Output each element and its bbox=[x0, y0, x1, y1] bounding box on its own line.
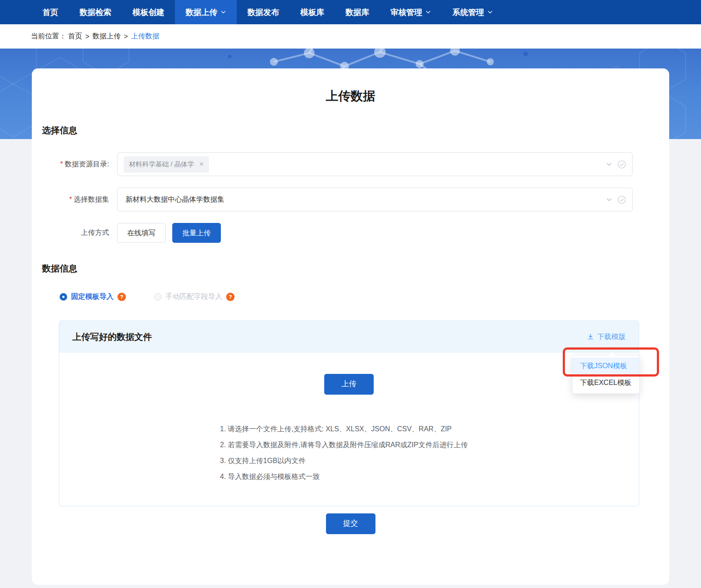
radio-manual-match-label: 手动匹配字段导入 bbox=[166, 292, 222, 302]
nav-item-label: 数据上传 bbox=[186, 7, 217, 18]
nav-item-home[interactable]: 首页 bbox=[32, 0, 69, 24]
form-row-upload-method: 上传方式 在线填写 批量上传 bbox=[32, 223, 633, 243]
download-template-menu: 下载JSON模板 下载EXCEL模板 bbox=[572, 355, 640, 394]
download-icon bbox=[587, 333, 594, 340]
nav-item-data-upload[interactable]: 数据上传 bbox=[175, 0, 237, 24]
breadcrumb: 当前位置： 首页 > 数据上传 > 上传数据 bbox=[0, 24, 701, 49]
section-title-select-info: 选择信息 bbox=[42, 124, 669, 136]
download-template-label: 下载模版 bbox=[597, 332, 625, 342]
catalog-label-text: 数据资源目录: bbox=[65, 160, 109, 168]
upload-instructions: 1. 请选择一个文件上传,支持格式: XLS、XLSX、JSON、CSV、RAR… bbox=[220, 421, 478, 485]
menu-item-download-json[interactable]: 下载JSON模板 bbox=[572, 358, 639, 374]
breadcrumb-data-upload[interactable]: 数据上传 bbox=[92, 32, 121, 41]
dataset-select-icons bbox=[605, 196, 626, 204]
upload-panel-body: 上传 1. 请选择一个文件上传,支持格式: XLS、XLSX、JSON、CSV、… bbox=[59, 353, 639, 506]
select-info-form: *数据资源目录: 材料科学基础 / 晶体学 × *选择数据集 bbox=[32, 152, 669, 243]
help-question-icon[interactable]: ? bbox=[117, 293, 126, 301]
page-root: 首页 数据检索 模板创建 数据上传 数据发布 模板库 数据库 审核管理 bbox=[0, 0, 701, 588]
radio-fixed-template-label: 固定模板导入 bbox=[71, 292, 114, 302]
nav-item-audit-management[interactable]: 审核管理 bbox=[380, 0, 442, 24]
chevron-down-icon[interactable] bbox=[605, 196, 613, 204]
breadcrumb-separator: > bbox=[85, 33, 89, 41]
nav-item-template-create[interactable]: 模板创建 bbox=[122, 0, 175, 24]
nav-item-template-library[interactable]: 模板库 bbox=[290, 0, 335, 24]
catalog-select[interactable]: 材料科学基础 / 晶体学 × bbox=[117, 152, 633, 176]
radio-manual-match[interactable]: 手动匹配字段导入 ? bbox=[154, 292, 235, 302]
dataset-select[interactable]: 新材料大数据中心晶体学数据集 bbox=[117, 188, 633, 211]
import-mode-options: 固定模板导入 ? 手动匹配字段导入 ? bbox=[60, 292, 669, 302]
form-row-catalog: *数据资源目录: 材料科学基础 / 晶体学 × bbox=[32, 152, 633, 176]
nav-item-system-management[interactable]: 系统管理 bbox=[442, 0, 504, 24]
main-card: 上传数据 选择信息 *数据资源目录: 材料科学基础 / 晶体学 × bbox=[32, 68, 669, 585]
nav-item-label: 模板库 bbox=[300, 7, 324, 18]
nav-item-data-search[interactable]: 数据检索 bbox=[69, 0, 122, 24]
required-asterisk: * bbox=[69, 196, 72, 203]
chevron-down-icon[interactable] bbox=[605, 160, 613, 168]
radio-selected-icon[interactable] bbox=[60, 293, 67, 301]
upload-method-buttons: 在线填写 批量上传 bbox=[117, 223, 221, 243]
upload-method-label: 上传方式 bbox=[32, 228, 117, 237]
menu-item-download-excel[interactable]: 下载EXCEL模板 bbox=[572, 374, 639, 391]
breadcrumb-current: 上传数据 bbox=[131, 32, 159, 41]
upload-panel-title: 上传写好的数据文件 bbox=[72, 331, 152, 343]
nav-item-data-publish[interactable]: 数据发布 bbox=[237, 0, 290, 24]
online-fill-button[interactable]: 在线填写 bbox=[117, 223, 166, 243]
catalog-tag-text: 材料科学基础 / 晶体学 bbox=[129, 160, 194, 169]
check-circle-icon bbox=[618, 196, 626, 204]
upload-button[interactable]: 上传 bbox=[324, 374, 374, 395]
breadcrumb-home[interactable]: 首页 bbox=[68, 32, 82, 41]
catalog-select-icons bbox=[605, 160, 626, 169]
dataset-label: *选择数据集 bbox=[32, 195, 117, 204]
check-circle-icon bbox=[618, 160, 626, 169]
instruction-line: 4. 导入数据必须与模板格式一致 bbox=[220, 469, 478, 485]
form-row-dataset: *选择数据集 新材料大数据中心晶体学数据集 bbox=[32, 188, 633, 211]
chevron-down-icon bbox=[220, 9, 226, 15]
breadcrumb-prefix: 当前位置： bbox=[31, 32, 66, 41]
submit-row: 提交 bbox=[32, 513, 669, 534]
help-question-icon[interactable]: ? bbox=[226, 293, 235, 301]
catalog-selected-tag: 材料科学基础 / 晶体学 × bbox=[124, 156, 209, 173]
chevron-down-icon bbox=[425, 9, 431, 15]
radio-unselected-icon[interactable] bbox=[154, 293, 162, 301]
top-navbar: 首页 数据检索 模板创建 数据上传 数据发布 模板库 数据库 审核管理 bbox=[0, 0, 701, 24]
dataset-label-text: 选择数据集 bbox=[74, 196, 109, 203]
instruction-line: 1. 请选择一个文件上传,支持格式: XLS、XLSX、JSON、CSV、RAR… bbox=[220, 421, 478, 437]
nav-item-label: 模板创建 bbox=[133, 7, 164, 18]
nav-item-database[interactable]: 数据库 bbox=[335, 0, 380, 24]
radio-fixed-template[interactable]: 固定模板导入 ? bbox=[60, 292, 126, 302]
nav-item-label: 数据检索 bbox=[80, 7, 111, 18]
nav-item-label: 数据发布 bbox=[247, 7, 279, 18]
upload-panel: 上传写好的数据文件 下载模版 上传 1. 请选择一个文件上传,支持格式: XLS… bbox=[59, 320, 639, 506]
required-asterisk: * bbox=[60, 160, 63, 168]
dataset-selected-value: 新材料大数据中心晶体学数据集 bbox=[124, 195, 224, 204]
submit-button[interactable]: 提交 bbox=[326, 513, 375, 534]
batch-upload-button[interactable]: 批量上传 bbox=[172, 223, 221, 243]
section-title-data-info: 数据信息 bbox=[42, 263, 669, 275]
upload-panel-header: 上传写好的数据文件 下载模版 bbox=[59, 321, 639, 353]
breadcrumb-separator: > bbox=[124, 33, 128, 41]
page-title: 上传数据 bbox=[32, 68, 669, 105]
catalog-label: *数据资源目录: bbox=[32, 160, 117, 169]
download-template-link[interactable]: 下载模版 bbox=[587, 332, 625, 342]
instruction-line: 2. 若需要导入数据及附件,请将导入数据及附件压缩成RAR或ZIP文件后进行上传 bbox=[220, 437, 478, 453]
nav-item-label: 审核管理 bbox=[390, 7, 422, 18]
tag-close-icon[interactable]: × bbox=[200, 161, 204, 168]
nav-item-label: 数据库 bbox=[345, 7, 369, 18]
chevron-down-icon bbox=[487, 9, 493, 15]
nav-item-label: 系统管理 bbox=[452, 7, 484, 18]
nav-item-label: 首页 bbox=[42, 7, 58, 18]
instruction-line: 3. 仅支持上传1GB以内文件 bbox=[220, 453, 478, 469]
